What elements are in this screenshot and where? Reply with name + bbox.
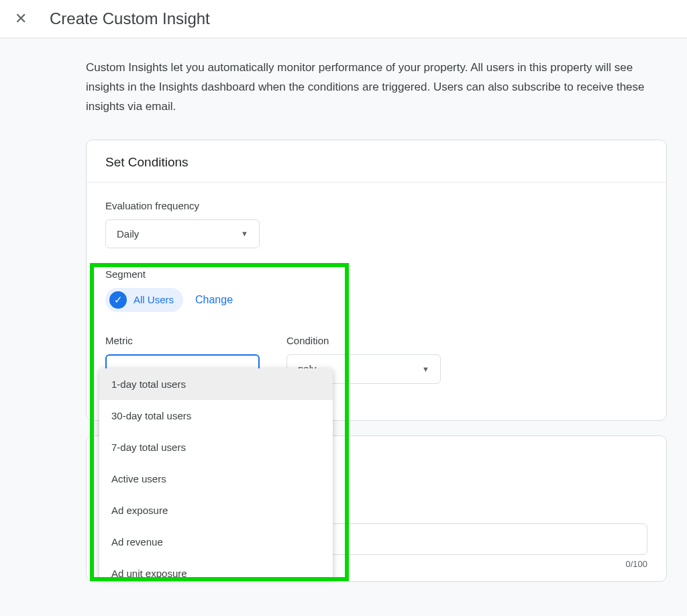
segment-chip-label: All Users: [134, 294, 174, 305]
condition-label: Condition: [286, 335, 441, 346]
close-icon[interactable]: ✕: [15, 11, 27, 26]
metric-option[interactable]: 7-day total users: [99, 431, 333, 463]
check-icon: ✓: [109, 291, 127, 309]
metric-dropdown-menu[interactable]: 1-day total users30-day total users7-day…: [99, 368, 333, 578]
metric-option[interactable]: 1-day total users: [99, 368, 333, 400]
modal-header: ✕ Create Custom Insight: [0, 0, 687, 38]
metric-option[interactable]: Active users: [99, 463, 333, 495]
segment-chip[interactable]: ✓ All Users: [105, 288, 183, 312]
page-title: Create Custom Insight: [50, 9, 210, 28]
intro-text: Custom Insights let you automatically mo…: [86, 58, 670, 117]
metric-option[interactable]: 30-day total users: [99, 400, 333, 431]
evaluation-frequency-value: Daily: [117, 228, 139, 240]
segment-label: Segment: [105, 268, 647, 280]
metric-option[interactable]: Ad revenue: [99, 526, 333, 558]
chevron-down-icon: ▼: [241, 229, 248, 238]
change-segment-link[interactable]: Change: [195, 294, 233, 306]
conditions-title: Set Conditions: [105, 155, 647, 170]
chevron-down-icon: ▼: [422, 365, 429, 373]
evaluation-frequency-select[interactable]: Daily ▼: [105, 219, 260, 248]
metric-option[interactable]: Ad unit exposure: [99, 558, 333, 578]
metric-option[interactable]: Ad exposure: [99, 495, 333, 526]
evaluation-frequency-label: Evaluation frequency: [105, 200, 647, 211]
metric-label: Metric: [105, 335, 260, 346]
